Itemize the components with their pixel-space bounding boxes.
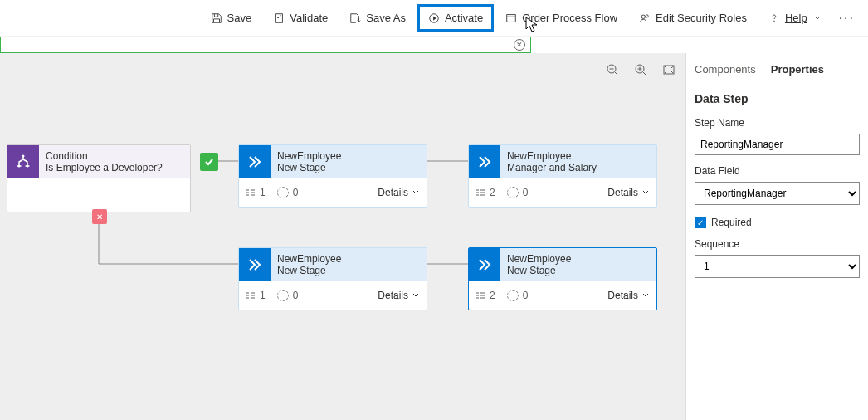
svg-point-9 [22,155,25,158]
svg-point-4 [646,14,648,17]
steps-metric: 1 [246,187,266,198]
stage-card-2[interactable]: NewEmployee Manager and Salary 2 0 Detai… [468,144,657,208]
condition-header: Condition Is Employee a Developer? [7,145,190,178]
stage-entity: NewEmployee [277,150,341,162]
svg-point-3 [641,15,645,18]
save-label: Save [227,12,252,24]
save-as-icon [349,12,361,24]
condition-title: Condition [46,150,183,162]
save-as-label: Save As [366,12,406,24]
details-toggle[interactable]: Details [378,290,420,301]
sequence-select[interactable]: 1 [695,255,860,278]
duration-metric: 0 [507,290,529,301]
stage-icon [239,145,271,178]
close-icon[interactable]: ✕ [514,39,525,51]
details-toggle[interactable]: Details [378,187,420,198]
data-field-select[interactable]: ReportingManager [695,182,860,205]
svg-rect-0 [276,13,283,22]
stage-icon [239,248,271,281]
steps-metric: 2 [475,290,495,301]
required-checkbox-row[interactable]: ✓ Required [695,217,860,228]
duration-metric: 0 [277,187,299,198]
duration-metric: 0 [507,187,529,198]
svg-point-5 [773,20,774,21]
condition-no-badge: ✕ [92,209,107,224]
stage-entity: NewEmployee [277,253,341,265]
stage-name: New Stage [277,162,341,173]
order-label: Order Process Flow [522,12,617,24]
zoom-out-icon[interactable] [606,63,619,76]
data-field-label: Data Field [695,165,860,177]
roles-label: Edit Security Roles [656,12,747,24]
panel-heading: Data Step [695,92,860,105]
condition-body [7,178,190,212]
roles-icon [639,12,651,24]
condition-icon [7,145,39,178]
stage-name: Manager and Salary [507,162,597,173]
condition-subtitle: Is Employee a Developer? [46,162,183,173]
steps-metric: 1 [246,290,266,301]
stage-icon [469,248,500,281]
svg-point-11 [27,165,29,168]
help-label: Help [785,12,807,24]
save-button[interactable]: Save [201,5,262,31]
stage-header: NewEmployee New Stage [239,145,427,178]
stage-entity: NewEmployee [507,150,597,162]
zoom-in-icon[interactable] [634,63,647,76]
svg-point-10 [18,165,21,168]
required-label: Required [711,217,752,228]
activate-icon [428,12,440,24]
save-as-button[interactable]: Save As [339,5,416,31]
stage-card-1[interactable]: NewEmployee New Stage 1 0 Details [238,144,427,208]
validate-button[interactable]: Validate [263,5,338,31]
properties-panel: Components Properties Data Step Step Nam… [685,53,868,420]
checkbox-checked-icon: ✓ [695,217,706,228]
order-process-flow-button[interactable]: Order Process Flow [495,5,627,31]
save-icon [211,12,222,24]
condition-titles: Condition Is Employee a Developer? [39,145,190,178]
step-name-label: Step Name [695,117,860,129]
tab-components[interactable]: Components [695,61,756,77]
stage-entity: NewEmployee [507,253,571,265]
svg-rect-2 [507,14,516,22]
details-toggle[interactable]: Details [607,187,650,198]
notification-bar-wrap: ✕ [0,37,868,53]
help-button[interactable]: Help [758,5,831,31]
fit-to-screen-icon[interactable] [662,63,675,76]
condition-yes-badge [200,153,218,171]
stage-header: NewEmployee New Stage [239,248,427,281]
overflow-menu[interactable]: ··· [832,11,861,26]
stage-header: NewEmployee New Stage [469,248,656,281]
zoom-controls [606,63,675,76]
chevron-down-icon [814,12,821,24]
edit-security-roles-button[interactable]: Edit Security Roles [629,5,757,31]
activate-label: Activate [445,12,483,24]
tab-properties[interactable]: Properties [771,61,824,77]
stage-name: New Stage [507,265,571,276]
validate-label: Validate [290,12,328,24]
notification-bar: ✕ [0,37,531,53]
stage-card-3[interactable]: NewEmployee New Stage 1 0 Details [238,247,427,310]
panel-tabs: Components Properties [695,61,860,77]
condition-card[interactable]: Condition Is Employee a Developer? [7,144,191,212]
activate-button[interactable]: Activate [417,4,494,32]
sequence-label: Sequence [695,238,860,250]
stage-icon [469,145,500,178]
help-icon [768,12,780,24]
duration-metric: 0 [277,290,299,301]
step-name-input[interactable] [695,134,860,155]
steps-metric: 2 [475,187,495,198]
stage-header: NewEmployee Manager and Salary [469,145,656,178]
toolbar: Save Validate Save As Activate Order Pro… [0,0,868,37]
stage-name: New Stage [277,265,341,276]
canvas-area[interactable]: Condition Is Employee a Developer? ✕ New… [0,53,685,420]
order-icon [505,12,517,24]
details-toggle[interactable]: Details [607,290,650,301]
canvas: Condition Is Employee a Developer? ✕ New… [0,86,685,420]
main: Condition Is Employee a Developer? ✕ New… [0,53,868,420]
stage-card-4[interactable]: NewEmployee New Stage 2 0 Details [468,247,657,310]
validate-icon [273,12,285,24]
